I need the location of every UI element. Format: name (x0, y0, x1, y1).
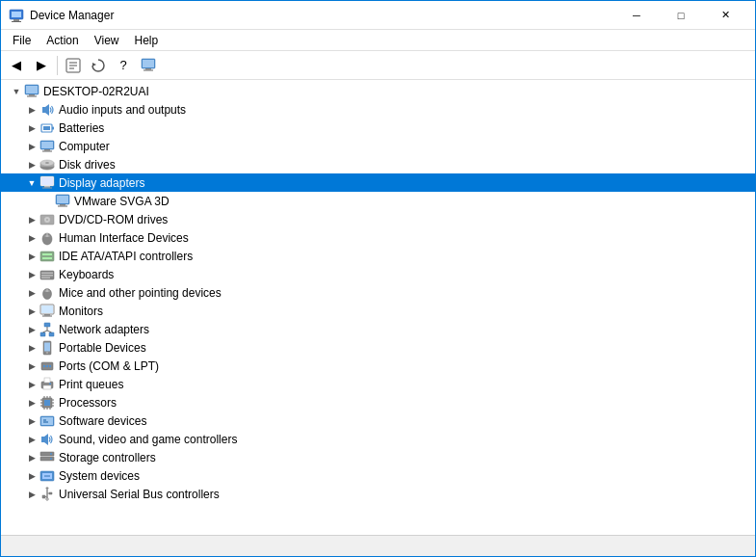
monitors-label: Monitors (59, 305, 103, 318)
disk-expand-icon: ▶ (24, 157, 39, 172)
svg-rect-58 (40, 332, 45, 336)
svg-line-61 (43, 331, 48, 332)
tree-item-processors[interactable]: ▶ (1, 393, 755, 411)
tree-item-display[interactable]: ▼ Display adapters (1, 173, 755, 192)
forward-button[interactable]: ▶ (30, 54, 53, 77)
portable-icon (39, 340, 55, 356)
menu-view[interactable]: View (87, 32, 127, 49)
svg-rect-14 (26, 86, 38, 93)
properties-icon (65, 58, 81, 73)
usb-icon (39, 487, 55, 502)
update-button[interactable] (87, 54, 110, 77)
properties-button[interactable] (62, 54, 85, 77)
tree-item-network[interactable]: ▶ Network adapters (1, 320, 755, 338)
toolbar-separator-1 (57, 56, 58, 75)
system-icon (39, 468, 55, 484)
disk-label: Disk drives (59, 158, 116, 172)
dvd-label: DVD/CD-ROM drives (59, 213, 168, 226)
sound-label: Sound, video and game controllers (59, 433, 237, 446)
network-expand-icon: ▶ (24, 322, 39, 337)
svg-rect-103 (42, 495, 45, 498)
network-label: Network adapters (59, 323, 149, 336)
svg-rect-11 (145, 68, 151, 70)
portable-expand-icon: ▶ (24, 340, 39, 356)
tree-item-batteries[interactable]: ▶ Batteries (1, 119, 755, 137)
tree-item-storage[interactable]: ▶ Storage controllers (1, 448, 755, 466)
display-icon (39, 175, 55, 191)
print-label: Print queues (59, 378, 123, 391)
svg-point-69 (49, 364, 51, 366)
toolbar: ◀ ▶ ? (1, 51, 755, 80)
tree-item-usb[interactable]: ▶ Universal Serial Bus controllers (1, 485, 755, 503)
svg-rect-45 (42, 257, 52, 259)
computer-icon2 (39, 139, 55, 154)
update-icon (91, 58, 106, 73)
svg-marker-17 (42, 104, 49, 116)
window-controls: ─ □ ✕ (614, 1, 747, 30)
svg-point-65 (46, 352, 48, 354)
svg-point-28 (45, 162, 49, 164)
vmware-icon (55, 194, 70, 209)
tree-item-audio[interactable]: ▶ Audio inputs and outputs (1, 100, 755, 119)
title-bar: Device Manager ─ □ ✕ (1, 1, 755, 30)
tree-item-system[interactable]: ▶ System devices (1, 466, 755, 485)
tree-item-sound[interactable]: ▶ Sound, video and game controllers (1, 430, 755, 448)
batteries-label: Batteries (59, 121, 104, 135)
storage-icon (39, 450, 55, 465)
svg-rect-55 (44, 314, 50, 316)
svg-rect-64 (44, 342, 50, 351)
svg-marker-8 (92, 63, 96, 66)
tree-item-ports[interactable]: ▶ Ports (COM & LPT) (1, 357, 755, 375)
tree-item-software[interactable]: ▶ Software devices (1, 411, 755, 430)
tree-item-vmware[interactable]: ▶ VMware SVGA 3D (1, 192, 755, 210)
maximize-button[interactable]: □ (659, 1, 703, 30)
tree-item-print[interactable]: ▶ Print queues (1, 375, 755, 393)
tree-item-computer[interactable]: ▶ Computer (1, 137, 755, 155)
root-computer-icon (24, 84, 39, 99)
mice-expand-icon: ▶ (24, 285, 39, 301)
help-button[interactable]: ? (112, 54, 135, 77)
batteries-expand-icon: ▶ (24, 120, 39, 136)
usb-expand-icon: ▶ (24, 487, 39, 502)
tree-item-ide[interactable]: ▶ IDE ATA/ATAPI controllers (1, 247, 755, 265)
audio-label: Audio inputs and outputs (59, 103, 186, 117)
close-button[interactable]: ✕ (703, 1, 747, 30)
svg-rect-20 (43, 126, 50, 130)
menu-bar: File Action View Help (1, 30, 755, 51)
svg-rect-2 (13, 19, 19, 21)
svg-marker-92 (41, 434, 48, 445)
back-button[interactable]: ◀ (5, 54, 28, 77)
svg-point-106 (46, 497, 48, 499)
tree-root[interactable]: ▼ DESKTOP-02R2UAI (1, 82, 755, 100)
tree-item-keyboards[interactable]: ▶ Keyboards (1, 265, 755, 283)
svg-rect-44 (42, 253, 52, 255)
menu-file[interactable]: File (5, 32, 39, 49)
svg-rect-47 (41, 272, 53, 274)
svg-rect-16 (27, 95, 37, 96)
ide-icon (39, 249, 55, 264)
minimize-button[interactable]: ─ (614, 1, 659, 30)
computer-button[interactable] (137, 54, 160, 77)
svg-rect-19 (52, 126, 54, 129)
system-label: System devices (59, 469, 140, 483)
content-area[interactable]: ▼ DESKTOP-02R2UAI ▶ (1, 80, 755, 535)
menu-help[interactable]: Help (127, 32, 167, 49)
mice-icon (39, 285, 55, 301)
tree-item-mice[interactable]: ▶ Mice and other pointing devices (1, 283, 755, 302)
ide-label: IDE ATA/ATAPI controllers (59, 250, 193, 263)
tree-item-monitors[interactable]: ▶ Monitors (1, 302, 755, 320)
sound-icon (39, 432, 55, 447)
status-bar (1, 535, 755, 556)
tree-item-dvd[interactable]: ▶ DVD/CD-ROM drives (1, 210, 755, 228)
menu-action[interactable]: Action (39, 32, 86, 49)
svg-rect-75 (44, 400, 50, 406)
svg-line-62 (47, 331, 52, 332)
tree-item-hid[interactable]: ▶ Human Interface Devices (1, 228, 755, 247)
svg-rect-73 (49, 383, 51, 385)
tree-item-disk[interactable]: ▶ Disk drives (1, 155, 755, 173)
svg-point-67 (43, 364, 45, 366)
svg-rect-43 (40, 252, 54, 261)
svg-rect-102 (49, 492, 52, 494)
ports-label: Ports (COM & LPT) (59, 359, 159, 373)
tree-item-portable[interactable]: ▶ Portable Devices (1, 338, 755, 357)
